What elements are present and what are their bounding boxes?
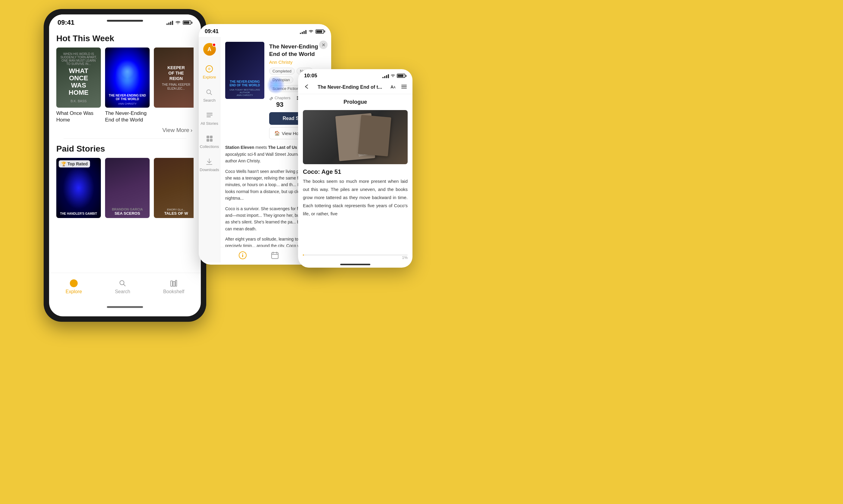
sidebar-collections-label: Collections [200,144,219,149]
book-cover-tales: EMORY GLA... TALES OF W [154,158,194,218]
phone1-content: Hot This Week WHEN HIS WORLD IS SUDDENLY… [49,28,201,218]
bookshelf-icon [169,279,178,288]
phone1-status-icons [167,20,192,25]
svg-rect-11 [207,113,212,114]
svg-point-1 [73,282,74,284]
svg-rect-17 [210,139,212,142]
sidebar-all-stories[interactable]: All Stories [201,111,218,126]
book2-title: The Never-Ending End of the World [105,110,150,123]
book-detail-cover: THE NEVER-ENDING END OF THE WORLD USA TO… [225,42,264,99]
home-icon: 🏠 [274,130,280,136]
phone3-book-title: The Never-Ending End of t... [313,85,386,90]
info-action[interactable] [238,251,247,261]
tab-explore[interactable]: Explore [66,279,82,294]
back-button[interactable] [303,83,310,91]
calendar-action[interactable] [270,251,279,261]
phone1-screen: 09:41 Hot T [49,15,201,316]
svg-rect-4 [171,281,173,286]
svg-text:A: A [391,85,394,89]
sidebar-collections[interactable]: Collections [200,135,219,149]
svg-text:A: A [394,86,396,89]
chapters-label: Chapters [269,96,291,100]
sea-title-cover: SEA SCEROS [115,211,140,216]
svg-rect-5 [173,282,175,286]
book-card-handler[interactable]: 🏆 Top Rated THE HANDLER'S GAMBIT [56,158,101,218]
book-card-never-ending[interactable]: THE NEVER-ENDING END OF THE WORLD ANN CH… [105,48,150,123]
svg-line-3 [123,284,125,286]
sea-author-cover: BRANDON GARCIA [112,208,143,211]
svg-rect-12 [207,114,212,115]
hot-this-week-title: Hot This Week [56,34,194,43]
svg-rect-15 [210,136,212,138]
tales-title-cover: TALES OF W [164,211,188,216]
hot-books-row: WHEN HIS WORLD IS SUDDENLY TORN APART, O… [56,48,194,123]
sidebar-search-icon [205,88,213,96]
detail-cover-author: USA TODAY BESTSELLING AUTHORANN CHRISTY [228,88,262,96]
detail-cover-glow [267,76,285,94]
svg-point-26 [242,253,243,254]
section-divider [64,138,186,139]
coco-age-label: Coco: Age 51 [298,164,412,177]
trophy-icon: 🏆 [61,161,66,166]
phone3-status-bar: 10:05 [298,69,412,80]
book3-author-cover: ELIZA LEC... [167,87,185,90]
book-detail-title: The Never-Ending End of the World [269,43,326,58]
phone3-book-image: To: DeliverSticker [303,110,408,164]
book1-title-cover: WHATONCEWASHOME [69,67,88,96]
book2-title-cover: THE NEVER-ENDING END OF THE WORLD [107,94,147,101]
phone1-time: 09:41 [57,19,74,26]
text-format-icon: A A [390,83,397,90]
progress-fill [303,254,304,256]
book-card-tales[interactable]: EMORY GLA... TALES OF W [154,158,194,218]
menu-button[interactable] [400,83,408,91]
view-more-label: View More [162,127,189,133]
book1-tagline: WHEN HIS WORLD IS SUDDENLY TORN APART, O… [60,52,97,66]
view-more-arrow: › [191,127,192,133]
progress-bar [303,254,408,256]
signal-icon [167,20,173,25]
paid-stories-title: Paid Stories [56,144,194,154]
svg-line-10 [210,93,212,95]
phone3-home-bar [340,264,370,265]
phone1-device: 09:41 Hot T [44,9,206,322]
phone2-sidebar: A Explore Search [199,37,220,263]
paid-books-row: 🏆 Top Rated THE HANDLER'S GAMBIT BRANDON… [56,158,194,218]
phone3-signal-icon [382,73,389,78]
sidebar-downloads[interactable]: Downloads [200,158,219,172]
tab-bookshelf[interactable]: Bookshelf [163,279,184,294]
phone1-home-indicator [107,306,143,308]
view-more-link[interactable]: View More › [56,127,194,133]
book3-title-cover: KEEPEROF THEREIGN [167,65,185,82]
book-card-sea[interactable]: BRANDON GARCIA SEA SCEROS [105,158,150,218]
text-format-button[interactable]: A A [390,83,397,91]
svg-rect-16 [207,139,209,142]
calendar-icon [270,251,279,260]
close-button[interactable]: ✕ [319,41,328,49]
reading-text: The books seem so much more present when… [298,177,412,218]
sidebar-explore[interactable]: Explore [203,65,216,79]
phone3-status-icons [382,73,407,78]
chapters-value: 93 [276,101,283,109]
book-card-keeper[interactable]: KEEPEROF THEREIGN THE FINAL KEEPER ELIZA… [154,48,194,123]
tag-completed[interactable]: Completed [269,68,295,75]
p2-sig1 [300,33,301,34]
phone1-notch [107,20,143,22]
tab-bookshelf-label: Bookshelf [163,289,184,294]
top-rated-badge: 🏆 Top Rated [59,160,90,167]
sidebar-stories-icon [206,111,213,120]
tab-search[interactable]: Search [115,279,131,294]
battery-icon [183,20,192,25]
phone3-time: 10:05 [304,73,317,79]
sidebar-search[interactable]: Search [203,88,216,103]
book-card-what-once[interactable]: WHEN HIS WORLD IS SUDDENLY TORN APART, O… [56,48,101,123]
sidebar-stories-label: All Stories [201,121,218,126]
user-avatar[interactable]: A [203,43,216,56]
handler-title-cover: THE HANDLER'S GAMBIT [60,212,97,216]
wifi-icon [175,20,181,25]
phone3-header: The Never-Ending End of t... A A [298,80,412,94]
svg-rect-13 [207,116,211,117]
phone1-tabbar: Explore Search [49,273,201,300]
phone3-wifi-icon [391,74,395,77]
svg-rect-14 [207,136,209,138]
signal-bar1 [167,23,168,25]
